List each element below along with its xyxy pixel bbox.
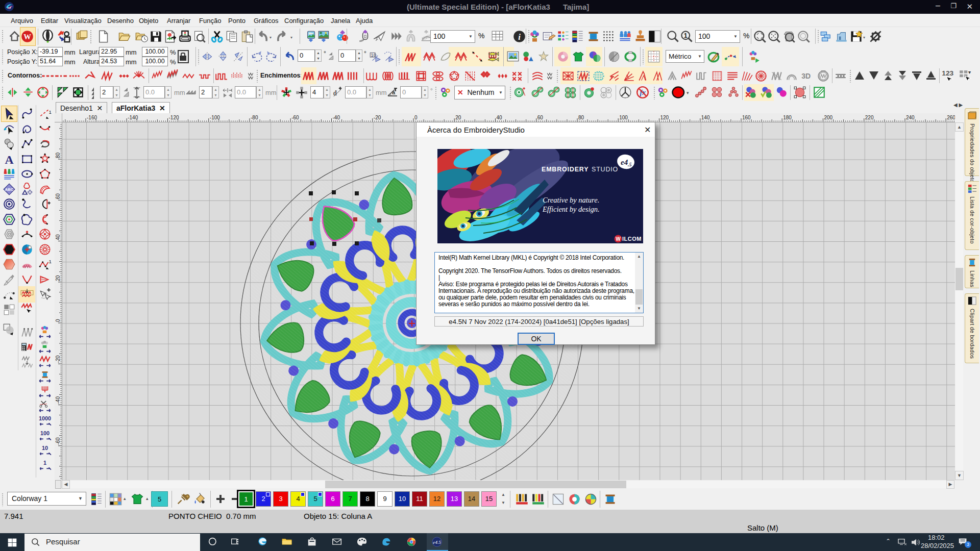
svg-text:160: 160 [742,115,751,120]
svg-text:▼: ▼ [967,70,972,75]
svg-text:1: 1 [49,259,52,264]
svg-text:20: 20 [455,115,461,120]
svg-text:40: 40 [55,234,61,240]
svg-text:180: 180 [783,115,792,120]
svg-text:10: 10 [42,445,48,451]
svg-text:20: 20 [55,275,61,281]
svg-text:240: 240 [906,115,915,120]
svg-text:e4.5: e4.5 [433,540,441,545]
svg-text:ILCOM: ILCOM [622,236,642,242]
svg-text:i: i [518,32,521,42]
svg-text:0: 0 [414,115,418,120]
svg-text:220: 220 [865,115,874,120]
svg-text:-100: -100 [210,115,220,120]
svg-text:-80: -80 [251,115,258,120]
svg-text:-60: -60 [291,115,299,120]
svg-text:-60: -60 [55,437,61,445]
svg-text:1: 1 [684,32,688,39]
svg-text:-20: -20 [374,115,381,120]
svg-text:-160: -160 [87,115,97,120]
svg-text:1000: 1000 [39,415,51,421]
svg-text:EMBROIDERY: EMBROIDERY [542,166,589,173]
svg-text:W: W [23,33,31,41]
svg-text:a: a [392,89,396,95]
svg-text:e4: e4 [621,158,628,166]
svg-text:STUDIO: STUDIO [592,166,618,173]
svg-text:80: 80 [578,115,584,120]
svg-text:A: A [5,153,14,165]
svg-text:d: d [333,89,337,97]
svg-text:3D: 3D [801,72,811,80]
svg-text:60: 60 [537,115,544,120]
svg-text:140: 140 [701,115,710,120]
svg-text:0: 0 [55,319,61,322]
svg-text:W: W [616,236,621,242]
svg-text:-40: -40 [55,396,61,404]
svg-text:Creative by nature.: Creative by nature. [543,196,599,204]
svg-text:1: 1 [49,109,52,115]
svg-text:40: 40 [497,115,503,120]
svg-text:-120: -120 [169,115,179,120]
svg-text:100: 100 [619,115,628,120]
svg-text:-140: -140 [128,115,138,120]
svg-text:.5: .5 [628,162,632,167]
svg-text:Efficient by design.: Efficient by design. [542,205,600,213]
svg-text:e4: e4 [8,6,11,10]
svg-text:60: 60 [55,193,61,199]
svg-text:200: 200 [824,115,833,120]
svg-text:260: 260 [947,115,955,120]
svg-text:-20: -20 [55,355,61,363]
svg-text:ABC: ABC [5,187,14,192]
svg-text:1: 1 [43,460,46,466]
svg-text:123: 123 [942,70,953,77]
svg-text:100: 100 [40,430,50,436]
svg-text:80: 80 [55,152,61,158]
svg-text:120: 120 [660,115,669,120]
svg-text:-40: -40 [333,115,340,120]
